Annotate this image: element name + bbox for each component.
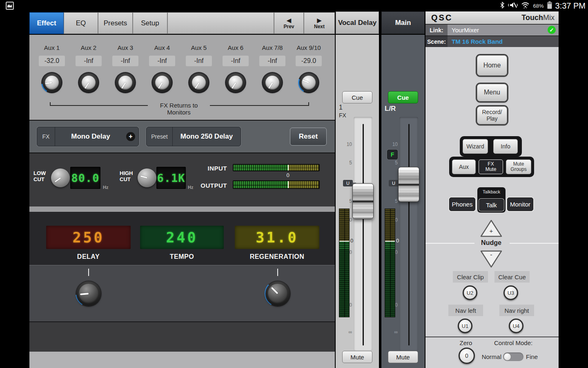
control-panel: QSC TouchMix Link: YourMixer ✓ Scene: TM… (425, 11, 559, 368)
talk-button[interactable]: Talk (479, 199, 504, 211)
wizard-button[interactable]: Wizard (463, 139, 488, 154)
home-button[interactable]: Home (477, 55, 507, 76)
user-button-u4[interactable]: U4 (509, 319, 523, 333)
scene-value[interactable]: TM 16 Rock Band (452, 38, 503, 45)
tab-effect[interactable]: Effect (29, 12, 64, 34)
aux-knob[interactable] (262, 72, 283, 93)
mute-button[interactable]: Mute (388, 351, 418, 363)
nav-left-label: Nav left (448, 305, 483, 316)
fx-preset-selector[interactable]: Preset Mono 250 Delay (146, 127, 241, 146)
fx-type-selector[interactable]: FX Mono Delay + (37, 127, 139, 146)
cue-button-active[interactable]: Cue (388, 91, 418, 103)
fader-bank-button[interactable]: F (387, 150, 398, 159)
monitor-button[interactable]: Monitor (507, 197, 533, 211)
aux-label: Aux 6 (218, 44, 254, 51)
aux-value: -29.0 (296, 56, 322, 66)
regeneration-knob[interactable] (265, 280, 291, 307)
cue-button[interactable]: Cue (342, 91, 372, 103)
delay-knob[interactable] (76, 280, 102, 307)
tab-setup[interactable]: Setup (133, 12, 167, 34)
strip-tab-vocal-delay[interactable]: Vocal Delay (336, 11, 379, 34)
aux-label: Aux 1 (34, 44, 70, 51)
zero-label: Zero (458, 339, 474, 346)
regeneration-display[interactable]: 31.0 (235, 226, 319, 249)
user-button-u3[interactable]: U3 (503, 285, 518, 300)
fx-channel-strip: Vocal Delay Cue 1 FX 10 5 U 5 10 20 40 ∞… (336, 11, 379, 368)
brand-bar: QSC TouchMix (425, 11, 559, 24)
strip-tab-main[interactable]: Main (381, 11, 425, 34)
regen-knob-tick (277, 269, 278, 276)
battery-percent: 68% (533, 3, 543, 9)
nudge-label: Nudge (474, 239, 508, 247)
info-button[interactable]: Info (493, 139, 518, 154)
tab-filler (167, 12, 274, 34)
control-mode-normal-label: Normal (480, 353, 501, 360)
tab-eq[interactable]: EQ (64, 12, 98, 34)
record-play-button[interactable]: Record/Play (477, 106, 507, 124)
aux-knob[interactable] (188, 72, 209, 93)
fader-cap[interactable] (398, 167, 419, 202)
tab-presets[interactable]: Presets (98, 12, 133, 34)
nudge-minus-glyph: - (480, 251, 503, 258)
unity-marker: U (389, 180, 399, 186)
aux-label: Aux 9/10 (291, 44, 327, 51)
low-cut-label: LOWCUT (33, 170, 51, 182)
control-mode-fine-label: Fine (526, 353, 542, 360)
aux-send-2: Aux 2 -Inf (71, 44, 107, 105)
preset-value: Mono 250 Delay (173, 127, 241, 146)
wifi-icon (521, 2, 530, 10)
next-button[interactable]: ▶Next (304, 12, 335, 34)
status-bar: 68% 3:37 PM (0, 0, 588, 11)
main-channel-strip: Main Cue L/R F 10 5 U 5 10 20 40 ∞ 0 Mut… (381, 11, 425, 368)
fx-type-value: Mono Delay (55, 127, 126, 146)
aux-knob[interactable] (78, 72, 99, 93)
next-arrow-icon: ▶ (317, 17, 322, 23)
bracket-hook-right (308, 102, 309, 106)
aux-knob[interactable] (115, 72, 136, 93)
aux-button[interactable]: Aux (452, 159, 476, 174)
mute-groups-button[interactable]: MuteGroups (506, 159, 531, 174)
bottom-light-strip (29, 352, 335, 368)
screenshot-notification-icon (6, 2, 14, 10)
tempo-label: TEMPO (140, 253, 224, 260)
aux-knob[interactable] (225, 72, 246, 93)
control-mode-toggle[interactable] (503, 352, 523, 361)
tempo-display[interactable]: 240 (140, 226, 224, 249)
bluetooth-icon (500, 2, 505, 10)
fader-tick: 5 (341, 160, 352, 166)
channel-number: 1 (339, 104, 343, 111)
aux-send-6: Aux 6 -Inf (218, 44, 254, 105)
link-label: Link: (425, 25, 448, 36)
aux-value: -Inf (149, 56, 175, 66)
zero-button[interactable]: 0 (459, 348, 475, 364)
fader-cap[interactable] (352, 183, 374, 219)
high-cut-label: HIGHCUT (120, 170, 137, 182)
fader-slot (363, 124, 364, 346)
fx-mute-button-active[interactable]: FXMute (479, 159, 503, 174)
phones-button[interactable]: Phones (449, 197, 475, 211)
reset-button[interactable]: Reset (290, 128, 327, 146)
aux-send-4: Aux 4 -Inf (144, 44, 180, 105)
aux-knob[interactable] (41, 72, 62, 93)
aux-knob[interactable] (151, 72, 173, 93)
scene-label: Scene: (425, 36, 448, 47)
nudge-down-button[interactable]: - (480, 249, 503, 268)
prev-button[interactable]: ◀Prev (274, 12, 304, 34)
fx-add-icon[interactable]: + (126, 132, 135, 141)
aux-send-3: Aux 3 -Inf (107, 44, 143, 105)
nudge-up-button[interactable]: + (480, 219, 503, 238)
mute-button[interactable]: Mute (342, 351, 372, 363)
high-cut-display: 6.1K (156, 167, 186, 189)
aux-send-7-8: Aux 7/8 -Inf (254, 44, 290, 105)
menu-button[interactable]: Menu (477, 84, 507, 101)
clear-cue-label: Clear Cue (494, 271, 530, 283)
low-cut-knob[interactable] (51, 168, 70, 187)
delay-display[interactable]: 250 (46, 226, 131, 249)
section-divider (29, 206, 335, 212)
toggle-knob (503, 353, 511, 361)
bracket-line-right (210, 105, 309, 106)
high-cut-knob[interactable] (138, 168, 156, 187)
user-button-u1[interactable]: U1 (458, 319, 472, 333)
aux-knob[interactable] (298, 72, 319, 93)
user-button-u2[interactable]: U2 (463, 285, 477, 300)
